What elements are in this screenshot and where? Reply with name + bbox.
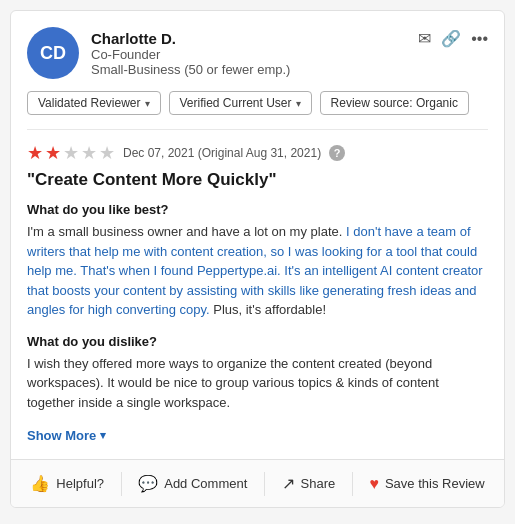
save-review-button[interactable]: ♥ Save this Review: [363, 471, 490, 497]
share-label: Share: [301, 476, 336, 491]
header-actions: ✉ 🔗 •••: [418, 27, 488, 48]
help-icon[interactable]: ?: [329, 145, 345, 161]
user-info: Charlotte D. Co-Founder Small-Business (…: [91, 30, 290, 77]
heart-icon: ♥: [369, 475, 379, 493]
verified-user-badge[interactable]: Verified Current User ▾: [169, 91, 312, 115]
user-company: Small-Business (50 or fewer emp.): [91, 62, 290, 77]
chevron-down-icon: ▾: [100, 429, 106, 442]
answer-2: I wish they offered more ways to organiz…: [27, 354, 488, 413]
answer-1-text: I'm a small business owner and have a lo…: [27, 224, 346, 239]
review-source-label: Review source: Organic: [331, 96, 458, 110]
helpful-label: Helpful?: [56, 476, 104, 491]
link-icon[interactable]: 🔗: [441, 29, 461, 48]
add-comment-button[interactable]: 💬 Add Comment: [132, 470, 253, 497]
mail-icon[interactable]: ✉: [418, 29, 431, 48]
more-icon[interactable]: •••: [471, 30, 488, 48]
show-more-label: Show More: [27, 428, 96, 443]
question-1: What do you like best?: [27, 202, 488, 217]
validated-reviewer-label: Validated Reviewer: [38, 96, 141, 110]
card-footer: 👍 Helpful? 💬 Add Comment ↗ Share ♥ Save …: [11, 459, 504, 507]
star-1: ★: [27, 142, 43, 164]
star-3: ★: [63, 142, 79, 164]
footer-separator-2: [264, 472, 265, 496]
review-header: CD Charlotte D. Co-Founder Small-Busines…: [27, 27, 488, 79]
chevron-down-icon: ▾: [145, 98, 150, 109]
star-5: ★: [99, 142, 115, 164]
validated-reviewer-badge[interactable]: Validated Reviewer ▾: [27, 91, 161, 115]
question-2: What do you dislike?: [27, 334, 488, 349]
section-divider: [27, 129, 488, 130]
star-rating: ★ ★ ★ ★ ★: [27, 142, 115, 164]
star-2: ★: [45, 142, 61, 164]
thumbs-up-icon: 👍: [30, 474, 50, 493]
show-more-link[interactable]: Show More ▾: [27, 428, 106, 443]
chevron-down-icon: ▾: [296, 98, 301, 109]
share-button[interactable]: ↗ Share: [276, 470, 342, 497]
star-4: ★: [81, 142, 97, 164]
share-icon: ↗: [282, 474, 295, 493]
comment-icon: 💬: [138, 474, 158, 493]
answer-1-end: Plus, it's affordable!: [210, 302, 326, 317]
helpful-button[interactable]: 👍 Helpful?: [24, 470, 110, 497]
review-source-badge[interactable]: Review source: Organic: [320, 91, 469, 115]
avatar: CD: [27, 27, 79, 79]
review-title: "Create Content More Quickly": [27, 170, 488, 190]
footer-separator-1: [121, 472, 122, 496]
review-date: Dec 07, 2021 (Original Aug 31, 2021): [123, 146, 321, 160]
save-label: Save this Review: [385, 476, 485, 491]
add-comment-label: Add Comment: [164, 476, 247, 491]
answer-1: I'm a small business owner and have a lo…: [27, 222, 488, 320]
verified-user-label: Verified Current User: [180, 96, 292, 110]
user-name: Charlotte D.: [91, 30, 290, 47]
footer-separator-3: [352, 472, 353, 496]
review-meta: ★ ★ ★ ★ ★ Dec 07, 2021 (Original Aug 31,…: [27, 142, 488, 164]
badges-row: Validated Reviewer ▾ Verified Current Us…: [27, 91, 488, 115]
review-card: CD Charlotte D. Co-Founder Small-Busines…: [10, 10, 505, 508]
user-role: Co-Founder: [91, 47, 290, 62]
